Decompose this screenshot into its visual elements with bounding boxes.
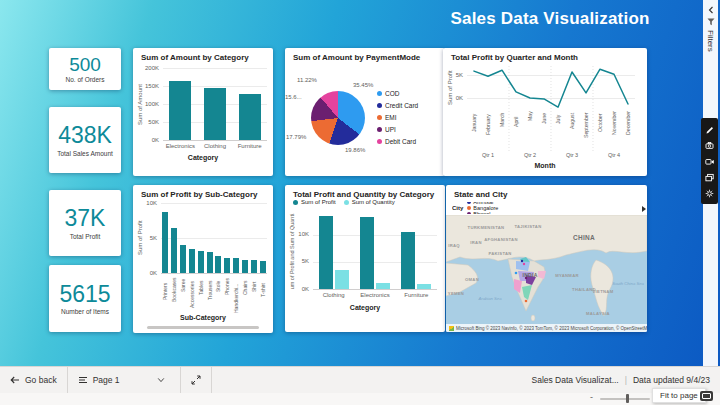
legend-item[interactable]: Credit Card bbox=[377, 102, 418, 109]
bar[interactable] bbox=[260, 261, 266, 273]
fit-to-page-tooltip: Fit to page bbox=[652, 388, 706, 403]
country-label: AFGHANISTAN bbox=[484, 237, 517, 242]
legend-dot bbox=[377, 139, 382, 144]
bar[interactable] bbox=[376, 283, 390, 289]
kpi-label: No. of Orders bbox=[65, 76, 104, 83]
resize-view-button[interactable] bbox=[181, 367, 211, 393]
city-legend-item[interactable]: Bhopal bbox=[467, 211, 503, 214]
legend-label: Debit Card bbox=[385, 138, 416, 145]
data-updated-label: Data updated 9/4/23 bbox=[633, 375, 710, 385]
bar[interactable] bbox=[171, 228, 177, 274]
filter-funnel-icon bbox=[707, 18, 715, 26]
country-label: IRAQ bbox=[448, 243, 460, 248]
bar[interactable] bbox=[401, 232, 415, 289]
map-attribution: Microsoft Bing © 2023 Navinfo, © 2023 To… bbox=[446, 324, 647, 332]
bar[interactable] bbox=[198, 251, 204, 273]
category-label: T-shirt bbox=[260, 283, 266, 297]
month-label: January bbox=[471, 114, 477, 132]
month-label: April bbox=[513, 116, 519, 126]
bar[interactable] bbox=[242, 260, 248, 273]
category-label: Handkerchi... bbox=[233, 283, 239, 312]
bar[interactable] bbox=[360, 217, 374, 289]
bar[interactable] bbox=[417, 284, 431, 289]
pie-percent-label: 35.45% bbox=[353, 82, 373, 88]
bar[interactable] bbox=[239, 94, 261, 140]
legend-dot bbox=[377, 103, 382, 108]
legend-item[interactable]: Debit Card bbox=[377, 138, 416, 145]
legend-label: Sum of Profit bbox=[301, 199, 336, 205]
fit-to-page-button[interactable] bbox=[700, 391, 713, 401]
chart-amount-by-category: Sum of Amount by Category Sum of Amount … bbox=[133, 48, 273, 176]
category-label: Electronics bbox=[354, 292, 395, 298]
legend-item[interactable]: UPI bbox=[377, 126, 396, 133]
kpi-label: Total Sales Amount bbox=[57, 150, 113, 157]
bar[interactable] bbox=[189, 249, 195, 273]
legend-scroll-right-icon[interactable] bbox=[642, 206, 646, 212]
kpi-value: 5615 bbox=[59, 282, 110, 306]
zoom-out-button[interactable]: - bbox=[590, 392, 593, 402]
bar[interactable] bbox=[233, 258, 239, 273]
legend-dot bbox=[467, 212, 471, 214]
bar[interactable] bbox=[204, 88, 226, 140]
x-axis-label: Category bbox=[285, 304, 445, 311]
gear-icon[interactable] bbox=[705, 189, 714, 198]
report-title-truncated: Sales Data Visualizat... bbox=[531, 375, 618, 385]
axis-tick: 5K bbox=[289, 258, 309, 264]
kpi-label: Total Profit bbox=[70, 233, 101, 240]
page-title: Sales Data Visualization bbox=[430, 9, 670, 29]
bar[interactable] bbox=[162, 212, 168, 273]
bar[interactable] bbox=[207, 252, 213, 273]
map-area[interactable]: TURKMENISTANTAJIKISTANIRAQIRANAFGHANISTA… bbox=[446, 215, 647, 332]
zoom-slider-handle[interactable] bbox=[626, 394, 629, 403]
bar[interactable] bbox=[215, 256, 221, 274]
bar[interactable] bbox=[319, 216, 333, 289]
chevron-left-icon[interactable] bbox=[707, 6, 715, 14]
side-toolbar bbox=[701, 118, 718, 204]
chart-profit-by-quarter-month: Total Profit by Quarter and Month Sum of… bbox=[443, 48, 647, 176]
video-icon[interactable] bbox=[705, 157, 714, 166]
zoom-slider-track[interactable] bbox=[600, 398, 650, 400]
window-icon[interactable] bbox=[705, 173, 714, 182]
category-label: Stole bbox=[215, 281, 221, 292]
legend-dot bbox=[377, 115, 382, 120]
bar[interactable] bbox=[224, 258, 230, 273]
pie-percent-label: 19.86% bbox=[345, 147, 365, 153]
bar[interactable] bbox=[169, 81, 191, 140]
axis-tick: 0K bbox=[289, 286, 309, 292]
x-axis-label: Month bbox=[443, 162, 647, 169]
quarter-label: Qtr 1 bbox=[474, 152, 502, 158]
pen-icon[interactable] bbox=[705, 125, 714, 134]
bar[interactable] bbox=[335, 270, 349, 289]
legend-item[interactable]: EMI bbox=[377, 114, 397, 121]
month-label: June bbox=[541, 112, 547, 123]
legend-dot bbox=[344, 200, 349, 205]
category-label: Bookcases bbox=[171, 278, 177, 302]
month-label: February bbox=[485, 114, 491, 135]
month-label: September bbox=[583, 113, 589, 138]
country-label: INDIA bbox=[522, 272, 537, 278]
legend-item[interactable]: COD bbox=[377, 90, 399, 97]
legend-label: EMI bbox=[385, 114, 397, 121]
chart-amount-by-paymentmode: Sum of Amount by PaymentMode 35.45%19.86… bbox=[285, 48, 445, 176]
month-label: October bbox=[597, 114, 603, 132]
sea-label: South China Sea bbox=[612, 281, 644, 286]
quarter-label: Qtr 3 bbox=[558, 152, 586, 158]
kpi-card-total-sales: 438K Total Sales Amount bbox=[49, 107, 121, 173]
horizontal-scrollbar[interactable] bbox=[147, 326, 259, 329]
divider bbox=[211, 367, 212, 393]
chart-legend: Sum of ProfitSum of Quantity bbox=[293, 199, 403, 205]
camera-icon[interactable] bbox=[705, 141, 714, 150]
plot-area: 35.45%19.86%17.79%15.6...11.22%CODCredit… bbox=[285, 48, 445, 176]
chart-profit-quantity-by-category: Total Profit and Quantity by Category Su… bbox=[285, 185, 445, 332]
pie-chart[interactable] bbox=[311, 91, 365, 145]
country-label: TAJIKISTAN bbox=[514, 224, 541, 229]
plot-area: 0K5K10KPrintersBookcasesSareeAccessories… bbox=[133, 185, 273, 333]
month-label: December bbox=[625, 111, 631, 135]
legend-dot bbox=[467, 202, 471, 204]
chart-title: State and City bbox=[454, 190, 507, 199]
country-label: VIETNAM bbox=[593, 289, 614, 294]
go-back-button[interactable]: Go back bbox=[0, 367, 67, 393]
bar[interactable] bbox=[180, 245, 186, 273]
bar[interactable] bbox=[251, 260, 257, 273]
page-selector[interactable]: Page 1 bbox=[68, 367, 180, 393]
